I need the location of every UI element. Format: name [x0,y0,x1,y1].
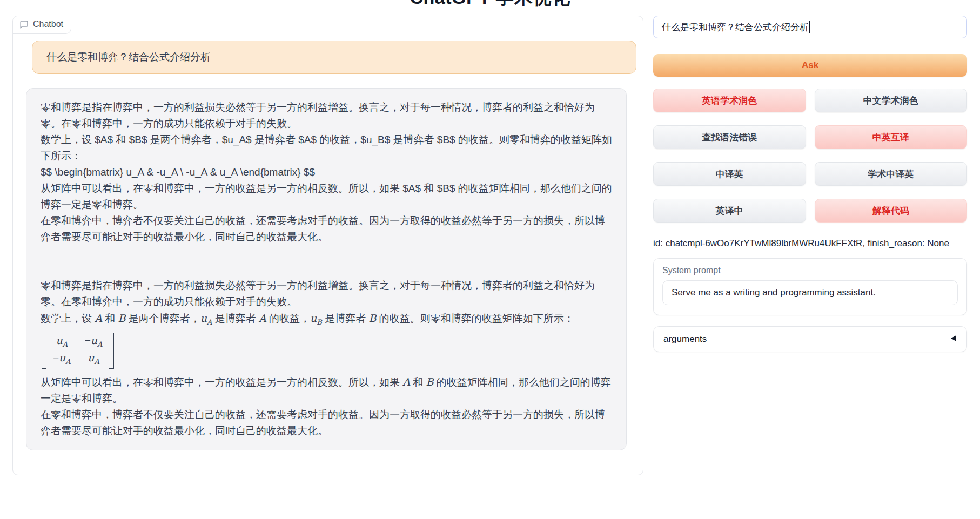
qa-en-to-zh[interactable]: 英译中 [653,199,806,223]
system-prompt-card: System prompt Serve me as a writing and … [653,258,967,315]
bot-raw-paragraph-3: 从矩阵中可以看出，在零和博弈中，一方的收益是另一方的相反数。所以，如果 $A$ … [41,180,612,213]
user-message-bubble: 什么是零和博弈？结合公式介绍分析 [32,41,636,74]
status-line: id: chatcmpl-6wOo7KrYTwMl89lbrMWRu4UkFFX… [653,238,967,249]
system-prompt-value: Serve me as a writing and programming as… [672,287,876,298]
page-title: ChatGPT 学术优化 [0,0,980,10]
message-section-gap [41,245,612,278]
qa-zh-to-en[interactable]: 中译英 [653,162,806,186]
question-input-value: 什么是零和博弈？结合公式介绍分析 [662,21,809,33]
ask-button[interactable]: Ask [653,54,967,77]
bot-rendered-paragraph-1: 零和博弈是指在博弈中，一方的利益损失必然等于另一方的利益增益。换言之，对于每一种… [41,278,612,310]
system-prompt-input[interactable]: Serve me as a writing and programming as… [662,280,958,305]
user-message-text: 什么是零和博弈？结合公式介绍分析 [46,51,211,63]
system-prompt-label: System prompt [662,266,958,275]
question-input[interactable]: 什么是零和博弈？结合公式介绍分析 [653,16,967,38]
quick-actions-grid: 英语学术润色 中文学术润色 查找语法错误 中英互译 中译英 学术中译英 英译中 … [653,89,967,223]
matrix-left-bracket [42,333,46,369]
qa-academic-zh-to-en[interactable]: 学术中译英 [815,162,968,186]
matrix-right-bracket [109,333,114,369]
matrix-cells: uA−uA−uAuA [46,333,109,369]
bot-raw-paragraph-4: 在零和博弈中，博弈者不仅要关注自己的收益，还需要考虑对手的收益。因为一方取得的收… [41,213,612,245]
chatbot-panel-label: Chatbot [13,16,71,34]
text-cursor [809,21,810,33]
rendered-matrix: uA−uA−uAuA [41,331,612,374]
qa-explain-code[interactable]: 解释代码 [815,199,968,223]
arguments-accordion-label: arguments [663,334,707,345]
qa-english-academic-polish[interactable]: 英语学术润色 [653,89,806,112]
bot-rendered-paragraph-2: 数学上，设 A 和 B 是两个博弈者，uA 是博弈者 A 的收益，uB 是博弈者… [41,310,612,331]
qa-find-grammar-errors[interactable]: 查找语法错误 [653,125,806,149]
left-triangle-icon [950,334,957,345]
chatbot-panel: Chatbot 什么是零和博弈？结合公式介绍分析 零和博弈是指在博弈中，一方的利… [12,16,643,475]
bot-message-bubble: 零和博弈是指在博弈中，一方的利益损失必然等于另一方的利益增益。换言之，对于每一种… [26,88,627,450]
bot-raw-latex-formula: $$ \begin{bmatrix} u_A & -u_A \ -u_A & u… [41,164,612,180]
bot-raw-paragraph-2: 数学上，设 $A$ 和 $B$ 是两个博弈者，$u_A$ 是博弈者 $A$ 的收… [41,132,612,164]
message-square-icon [19,20,29,29]
bot-rendered-paragraph-4: 在零和博弈中，博弈者不仅要关注自己的收益，还需要考虑对手的收益。因为一方取得的收… [41,407,612,439]
bot-rendered-paragraph-3: 从矩阵中可以看出，在零和博弈中，一方的收益是另一方的相反数。所以，如果 A 和 … [41,374,612,407]
bot-raw-paragraph-1: 零和博弈是指在博弈中，一方的利益损失必然等于另一方的利益增益。换言之，对于每一种… [41,99,612,132]
qa-chinese-academic-polish[interactable]: 中文学术润色 [815,89,968,112]
chatbot-label-text: Chatbot [33,19,63,29]
qa-zh-en-mutual-translate[interactable]: 中英互译 [815,125,968,149]
arguments-accordion[interactable]: arguments [653,326,967,352]
